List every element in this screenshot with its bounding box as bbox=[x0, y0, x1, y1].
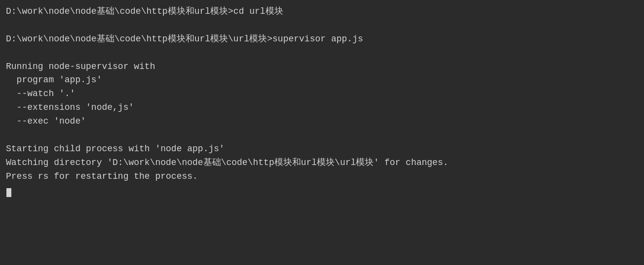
terminal-line-2 bbox=[6, 19, 638, 33]
terminal-line-5: Running node-supervisor with bbox=[6, 60, 638, 74]
terminal-line-6: program 'app.js' bbox=[6, 73, 638, 87]
terminal-line-12: Watching directory 'D:\work\node\node基础\… bbox=[6, 156, 638, 170]
terminal-cursor bbox=[6, 188, 11, 197]
terminal-window: D:\work\node\node基础\code\http模块和url模块>cd… bbox=[0, 0, 644, 265]
terminal-line-11: Starting child process with 'node app.js… bbox=[6, 142, 638, 156]
terminal-line-8: --extensions 'node,js' bbox=[6, 101, 638, 115]
terminal-line-13: Press rs for restarting the process. bbox=[6, 170, 638, 184]
terminal-line-3: D:\work\node\node基础\code\http模块和url模块\ur… bbox=[6, 33, 638, 46]
terminal-line-7: --watch '.' bbox=[6, 87, 638, 101]
terminal-line-9: --exec 'node' bbox=[6, 115, 638, 129]
terminal-cursor-line bbox=[6, 184, 638, 198]
terminal-line-10 bbox=[6, 129, 638, 142]
terminal-line-4 bbox=[6, 46, 638, 60]
terminal-line-1: D:\work\node\node基础\code\http模块和url模块>cd… bbox=[6, 5, 638, 19]
